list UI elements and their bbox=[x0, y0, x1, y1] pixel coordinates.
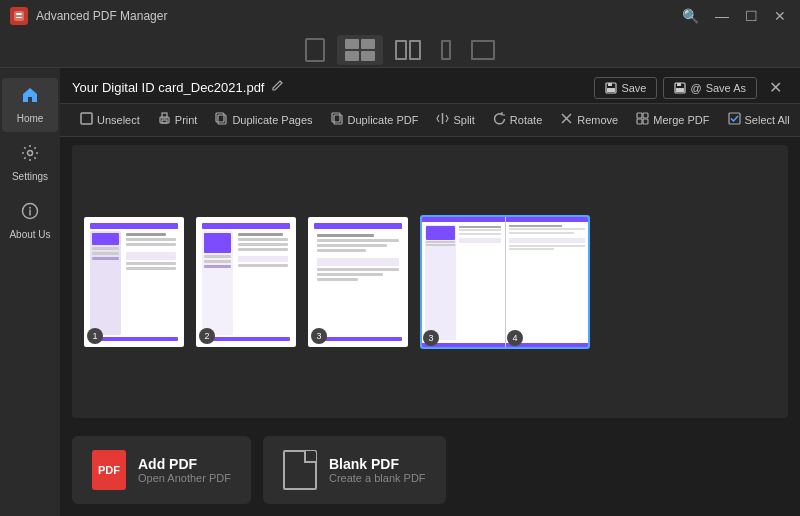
blank-pdf-title: Blank PDF bbox=[329, 456, 426, 472]
home-icon bbox=[21, 86, 39, 109]
add-pdf-subtitle: Open Another PDF bbox=[138, 472, 231, 484]
tab-4[interactable] bbox=[433, 36, 459, 64]
svg-rect-17 bbox=[216, 113, 224, 122]
title-bar: Advanced PDF Manager 🔍 — ☐ ✕ bbox=[0, 0, 800, 32]
svg-rect-25 bbox=[637, 119, 642, 124]
svg-rect-11 bbox=[676, 88, 684, 92]
add-pdf-title: Add PDF bbox=[138, 456, 231, 472]
rotate-label: Rotate bbox=[510, 114, 542, 126]
duplicate-pages-button[interactable]: Duplicate Pages bbox=[207, 108, 320, 132]
tab-2-icon bbox=[345, 39, 375, 61]
unselect-button[interactable]: Unselect bbox=[72, 108, 148, 132]
app-icon bbox=[10, 7, 28, 25]
blank-pdf-subtitle: Create a blank PDF bbox=[329, 472, 426, 484]
page-inner-2 bbox=[196, 217, 296, 347]
duplicate-pdf-label: Duplicate PDF bbox=[348, 114, 419, 126]
tab-3-icon bbox=[395, 40, 421, 60]
svg-rect-12 bbox=[81, 113, 92, 124]
add-pdf-icon: PDF bbox=[92, 450, 126, 490]
remove-label: Remove bbox=[577, 114, 618, 126]
save-as-icon bbox=[674, 82, 686, 94]
page-number-4-right: 4 bbox=[507, 330, 523, 346]
svg-rect-1 bbox=[16, 13, 22, 15]
content-area: Your Digital ID card_Dec2021.pdf Save bbox=[60, 68, 800, 516]
svg-rect-19 bbox=[332, 113, 340, 122]
tab-1-icon bbox=[305, 38, 325, 62]
split-button[interactable]: Split bbox=[428, 108, 482, 132]
tab-3[interactable] bbox=[387, 36, 429, 64]
page-thumb-2[interactable]: 2 bbox=[196, 217, 296, 347]
tab-2[interactable] bbox=[337, 35, 383, 65]
page-number-3: 3 bbox=[311, 328, 327, 344]
header-actions: Save @ Save As ✕ bbox=[594, 76, 788, 99]
sidebar-item-settings[interactable]: Settings bbox=[2, 136, 58, 190]
print-icon bbox=[158, 112, 171, 128]
tab-4-icon bbox=[441, 40, 451, 60]
tab-5[interactable] bbox=[463, 36, 503, 64]
save-as-text: Save As bbox=[706, 82, 746, 94]
merge-pdf-button[interactable]: Merge PDF bbox=[628, 108, 717, 132]
rotate-icon bbox=[493, 112, 506, 128]
svg-rect-7 bbox=[608, 83, 612, 86]
svg-rect-15 bbox=[162, 120, 167, 123]
sidebar-settings-label: Settings bbox=[12, 171, 48, 182]
merge-pdf-icon bbox=[636, 112, 649, 128]
blank-pdf-icon bbox=[283, 450, 317, 490]
add-pdf-text: Add PDF Open Another PDF bbox=[138, 456, 231, 484]
page-inner-1 bbox=[84, 217, 184, 347]
merge-pdf-label: Merge PDF bbox=[653, 114, 709, 126]
file-name: Your Digital ID card_Dec2021.pdf bbox=[72, 80, 264, 95]
main-layout: Home Settings About Us bbox=[0, 68, 800, 516]
select-all-icon bbox=[728, 112, 741, 128]
pages-area: 1 bbox=[72, 145, 788, 418]
svg-rect-10 bbox=[677, 83, 681, 86]
select-all-button[interactable]: Select All bbox=[720, 108, 798, 132]
app-title: Advanced PDF Manager bbox=[36, 9, 678, 23]
duplicate-pages-label: Duplicate Pages bbox=[232, 114, 312, 126]
print-button[interactable]: Print bbox=[150, 108, 206, 132]
page-number-2: 2 bbox=[199, 328, 215, 344]
print-label: Print bbox=[175, 114, 198, 126]
blank-pdf-card[interactable]: Blank PDF Create a blank PDF bbox=[263, 436, 446, 504]
file-edit-icon[interactable] bbox=[270, 79, 284, 96]
tab-1[interactable] bbox=[297, 34, 333, 66]
split-label: Split bbox=[453, 114, 474, 126]
save-as-button[interactable]: @ Save As bbox=[663, 77, 757, 99]
rotate-button[interactable]: Rotate bbox=[485, 108, 550, 132]
duplicate-pdf-button[interactable]: Duplicate PDF bbox=[323, 108, 427, 132]
save-icon bbox=[605, 82, 617, 94]
toolbar: Unselect Print Duplicate Pages Duplicate… bbox=[60, 103, 800, 137]
save-as-label: @ bbox=[690, 82, 701, 94]
settings-icon bbox=[21, 144, 39, 167]
svg-rect-18 bbox=[334, 115, 342, 124]
duplicate-pages-icon bbox=[215, 112, 228, 128]
page-number-4-left: 3 bbox=[423, 330, 439, 346]
svg-rect-2 bbox=[16, 17, 22, 18]
sidebar-item-home[interactable]: Home bbox=[2, 78, 58, 132]
window-controls: 🔍 — ☐ ✕ bbox=[678, 8, 790, 24]
svg-rect-26 bbox=[643, 119, 648, 124]
unselect-icon bbox=[80, 112, 93, 128]
bottom-area: PDF Add PDF Open Another PDF Blank PDF C… bbox=[60, 426, 800, 516]
maximize-btn[interactable]: ☐ bbox=[741, 8, 762, 24]
duplicate-pdf-icon bbox=[331, 112, 344, 128]
unselect-label: Unselect bbox=[97, 114, 140, 126]
page-thumb-4[interactable]: 3 4 bbox=[420, 215, 590, 349]
tab-5-icon bbox=[471, 40, 495, 60]
close-btn[interactable]: ✕ bbox=[770, 8, 790, 24]
save-button[interactable]: Save bbox=[594, 77, 657, 99]
remove-button[interactable]: Remove bbox=[552, 108, 626, 132]
svg-rect-0 bbox=[14, 11, 24, 21]
close-file-button[interactable]: ✕ bbox=[763, 76, 788, 99]
minimize-btn[interactable]: — bbox=[711, 8, 733, 24]
add-pdf-card[interactable]: PDF Add PDF Open Another PDF bbox=[72, 436, 251, 504]
page-thumb-1[interactable]: 1 bbox=[84, 217, 184, 347]
sidebar-item-about[interactable]: About Us bbox=[2, 194, 58, 248]
svg-rect-8 bbox=[607, 88, 615, 92]
svg-rect-27 bbox=[729, 113, 740, 124]
about-icon bbox=[21, 202, 39, 225]
sidebar-home-label: Home bbox=[17, 113, 44, 124]
page-thumb-3[interactable]: 3 bbox=[308, 217, 408, 347]
svg-rect-16 bbox=[218, 115, 226, 124]
search-btn[interactable]: 🔍 bbox=[678, 8, 703, 24]
